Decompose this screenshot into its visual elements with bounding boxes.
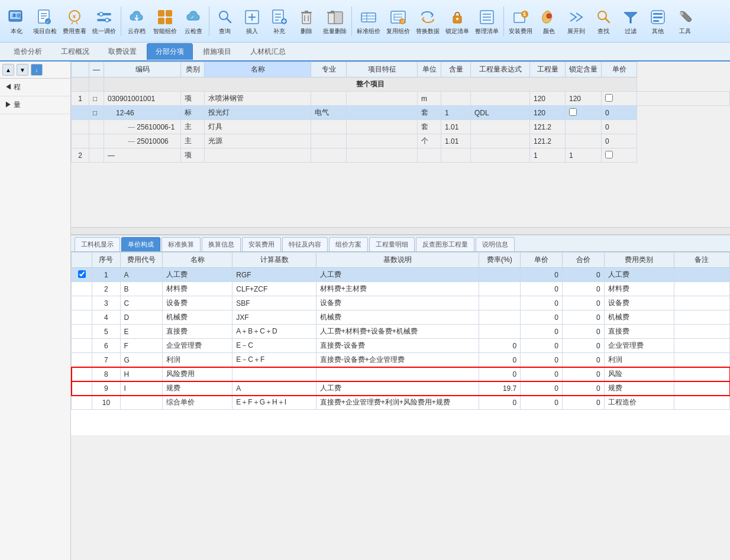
row5-locked[interactable] [602, 148, 637, 163]
lower-row-seq: 10 [92, 396, 120, 410]
toolbar-btn-others[interactable]: 其他 [645, 3, 671, 40]
insert-label: 插入 [246, 28, 258, 35]
toolbar-btn-sort-list[interactable]: 整理清单 [473, 3, 501, 40]
toolbar-btn-install-fee[interactable]: $ 安装费用 [506, 3, 535, 40]
upper-table-header: — 编码 类别 名称 专业 项目特征 单位 含量 工程量表达式 工程量 锁定含量… [72, 62, 730, 77]
table-row: — 25610006-1 主 灯具 套 1.01 121.2 0 [72, 120, 730, 134]
row1-qty2: 120 [566, 92, 602, 106]
row2-expand[interactable]: □ [89, 106, 104, 120]
row5-lock-checkbox[interactable] [605, 151, 613, 158]
lower-tab-reverse-check[interactable]: 反查图形工程量 [416, 237, 474, 251]
allproj-collapse [89, 77, 104, 92]
sidebar-nav-item-left[interactable]: ◀ 程 [0, 79, 70, 96]
lower-row-check[interactable] [72, 282, 92, 296]
lower-row-check[interactable] [72, 396, 92, 410]
toolbar-btn-expand-to[interactable]: 展开到 [563, 3, 589, 40]
row2-lock-checkbox[interactable] [569, 108, 577, 116]
lower-tab-group-plan[interactable]: 组价方案 [329, 237, 368, 251]
lower-row-check[interactable] [72, 339, 92, 353]
tab-project-overview[interactable]: 工程概况 [52, 43, 98, 60]
supplement-icon [270, 8, 289, 27]
lower-row-check[interactable] [72, 296, 92, 310]
toolbar-btn-tools[interactable]: 工具 [672, 3, 698, 40]
lower-tab-description[interactable]: 说明信息 [476, 237, 515, 251]
allproj-label: 整个项目 [104, 77, 637, 92]
toolbar-btn-cloud-save[interactable]: 云存档 [124, 3, 150, 40]
lower-row-code: G [120, 353, 163, 367]
toolbar-btn-delete[interactable]: 删除 [293, 3, 319, 40]
svg-point-65 [680, 12, 683, 15]
lower-row-total: 0 [562, 282, 604, 296]
toolbar-btn-color[interactable]: 颜色 [536, 3, 562, 40]
lower-row-name: 综合单价 [163, 396, 232, 410]
toolbar-btn-replace-data[interactable]: 替换数据 [414, 3, 442, 40]
lower-row-basedesc: 直接费+企业管理费+利润+风险费用+规费 [316, 396, 479, 410]
lower-tab-labor-material[interactable]: 工料机显示 [75, 237, 120, 251]
sidebar-down-btn[interactable]: ▼ [17, 64, 28, 76]
toolbar-btn-find[interactable]: 查找 [590, 3, 616, 40]
horizontal-scrollbar[interactable] [71, 227, 730, 234]
svg-text:$: $ [523, 11, 526, 17]
row2-feature [347, 106, 418, 120]
toolbar-btn-batch-delete[interactable]: 批量删除 [321, 3, 349, 40]
others-label: 其他 [652, 28, 664, 35]
row1-expand[interactable]: □ [89, 92, 104, 106]
lower-row-check[interactable] [72, 310, 92, 325]
lower-row-checkbox[interactable] [78, 270, 86, 278]
toolbar-btn-insert[interactable]: 插入 [239, 3, 265, 40]
lower-row-code [120, 396, 163, 410]
tab-sub-items[interactable]: 分部分项 [147, 43, 193, 60]
lower-tab-install-fees[interactable]: 安装费用 [242, 237, 281, 251]
lower-tab-features[interactable]: 特征及内容 [282, 237, 328, 251]
lower-tab-qty-detail[interactable]: 工程量明细 [369, 237, 415, 251]
sidebar-download-btn[interactable]: ↓ [31, 64, 43, 76]
collapse-icon[interactable]: — [93, 66, 100, 74]
toolbar-btn-smart-group[interactable]: 智能组价 [151, 3, 179, 40]
tab-fee-settings[interactable]: 取费设置 [99, 43, 146, 60]
toolbar-btn-localize[interactable]: 本化 本化 [4, 3, 30, 40]
batch-delete-icon [325, 8, 344, 27]
lower-tab-standard-calc[interactable]: 标准换算 [161, 237, 201, 251]
lower-row-check[interactable] [72, 268, 92, 282]
toolbar-btn-fee-check[interactable]: ¥ 费用查看 [60, 3, 89, 40]
row2-locked[interactable] [566, 106, 602, 120]
lower-row-code: I [120, 381, 163, 396]
svg-rect-63 [653, 17, 663, 18]
install-fee-label: 安装费用 [509, 28, 532, 35]
lower-row-name: 材料费 [163, 282, 232, 296]
tab-cost-analysis[interactable]: 造价分析 [5, 43, 51, 60]
lower-row-remark [674, 367, 729, 381]
standard-group-label: 标准组价 [357, 28, 380, 35]
lower-row-check[interactable] [72, 367, 92, 381]
lower-row-seq: 6 [92, 339, 120, 353]
row2-seq [72, 106, 89, 120]
lower-tab-exchange-info[interactable]: 换算信息 [202, 237, 241, 251]
toolbar-btn-complex-group[interactable]: ↺ 复用组价 [384, 3, 412, 40]
lower-row-check[interactable] [72, 353, 92, 367]
row1-locked[interactable] [602, 92, 637, 106]
sidebar-nav-item-right[interactable]: ▶ 量 [0, 96, 70, 114]
lower-row-check[interactable] [72, 325, 92, 339]
row1-lock-checkbox[interactable] [605, 94, 613, 102]
toolbar-btn-lock-list[interactable]: 锁定清单 [443, 3, 471, 40]
toolbar-btn-standard-group[interactable]: 标准组价 [354, 3, 383, 40]
toolbar-btn-filter[interactable]: 过滤 [618, 3, 644, 40]
toolbar-btn-cloud-check[interactable]: ✓ 云检查 [180, 3, 206, 40]
lower-col-basedesc: 基数说明 [316, 253, 479, 268]
tab-labor-material[interactable]: 人材机汇总 [241, 43, 295, 60]
row1-type: 项 [181, 92, 205, 106]
col-header-seq [72, 62, 89, 77]
row3-name[interactable]: 灯具 [205, 120, 311, 134]
toolbar-btn-supplement[interactable]: 补充 [266, 3, 292, 40]
row1-qty: 120 [530, 92, 566, 106]
lower-tab-unit-price[interactable]: 单价构成 [121, 237, 160, 251]
lower-row-check[interactable] [72, 381, 92, 396]
row5-qty2: 1 [566, 148, 602, 163]
tab-measure-items[interactable]: 措施项目 [194, 43, 240, 60]
toolbar-btn-query[interactable]: 查询 [212, 3, 238, 40]
toolbar-btn-project-check[interactable]: ✓ 项目自检 [31, 3, 59, 40]
toolbar-btn-standard-adjust[interactable]: 统一调价 [90, 3, 118, 40]
row5-specialty [311, 148, 347, 163]
sidebar-up-btn[interactable]: ▲ [2, 64, 14, 76]
row4-name[interactable]: 光源 [205, 134, 311, 148]
